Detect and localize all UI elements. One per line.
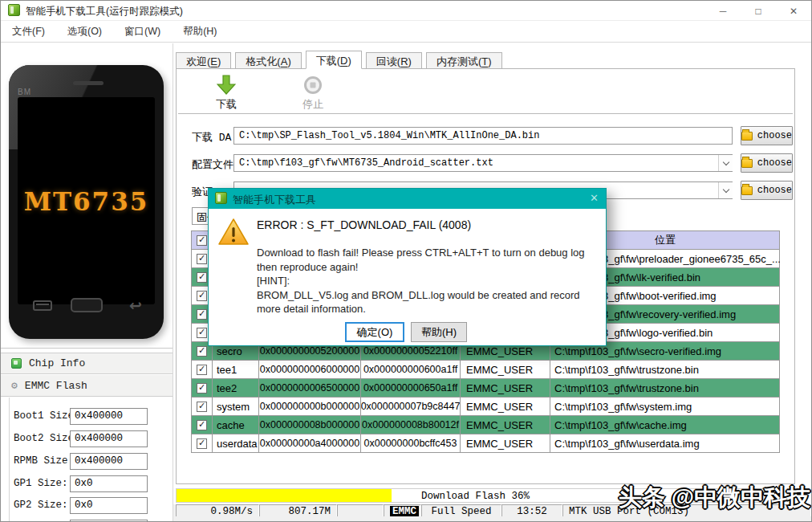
table-row[interactable]: tee20x00000000065000000x000000000650a1ff… [192,379,779,398]
emmc-field-row: RPMB Size:0x400000 [1,453,155,471]
scatter-dropdown-icon[interactable] [718,155,733,171]
row-checkbox-cell [192,416,213,434]
error-message-line: [HINT]: [257,274,585,288]
cell-begin-address: 0x000000000b000000 [259,398,361,416]
table-row[interactable]: userdata0x00000000a40000000x00000000bcff… [192,434,779,453]
phone-image: BM MT6735 ↩ [9,65,164,339]
cell-name: tee1 [213,361,259,379]
cell-end-address: 0x000000007b9c8447 [361,398,461,416]
ok-button[interactable]: 确定(O) [345,322,404,342]
field-input[interactable]: 0x400000 [70,408,148,425]
row-checkbox[interactable] [197,365,207,375]
phone-back-icon: ↩ [124,296,148,316]
emmc-field-row: GP1 Size:0x0 [1,475,155,493]
window-title: 智能手机下载工具(运行时跟踪模式) [26,5,183,18]
phone-speaker [73,81,104,85]
choose-scatter-button[interactable]: choose [741,153,793,173]
error-message-line: Download to flash fail! Please press CTR… [257,246,585,260]
table-row[interactable]: tee10x00000000060000000x000000000600a1ff… [192,361,779,379]
help-button[interactable]: 帮助(H) [411,322,467,342]
row-checkbox[interactable] [197,328,207,338]
error-message: Download to flash fail! Please press CTR… [257,246,585,316]
error-message-line: BROM_DLL_V5.log and BROM_DLL.log would b… [257,288,585,303]
tab-5[interactable]: 内存测试(T) [426,52,502,69]
cell-name: cache [213,416,259,434]
row-checkbox[interactable] [197,402,207,412]
cell-end-address: 0x000000000600a1ff [361,361,461,379]
toolbar-separator [178,113,793,114]
download-button[interactable]: 下载 [204,75,249,112]
tab-1[interactable]: 欢迎(E) [176,52,231,69]
field-input[interactable]: 0x0 [70,497,148,514]
cell-end-address: 0x000000000650a1ff [361,379,461,398]
close-button[interactable]: ✕ [776,1,811,21]
download-da-input[interactable]: C:\tmp\SP_Flash_Tool_v5.1804_Win\MTK_All… [233,127,733,145]
title-bar[interactable]: 智能手机下载工具(运行时跟踪模式) ─ □ ✕ [1,1,811,21]
field-input[interactable]: 0x400000 [70,453,148,470]
tab-3[interactable]: 下载(D) [306,51,362,69]
maximize-icon: □ [755,6,761,17]
emmc-flash-label: EMMC Flash [25,380,87,392]
error-message-line: then reproduce again! [257,260,585,275]
row-checkbox[interactable] [197,254,207,264]
cell-location: C:\tmp\f103_gf\fw\trustzone.bin [550,361,780,379]
menu-item[interactable]: 窗口(W) [121,23,164,40]
choose-da-button[interactable]: choose [741,126,793,145]
minimize-icon: ─ [720,6,727,17]
phone-brand-text: BM [18,88,31,96]
cell-region: EMMC_USER [461,398,550,416]
menu-item[interactable]: 选项(O) [64,23,105,40]
field-label: RPMB Size: [14,455,74,467]
cell-region: EMMC_USER [461,416,550,434]
row-checkbox[interactable] [197,272,207,283]
cell-name: system [213,398,259,416]
chip-info-label: Chip Info [29,357,85,369]
cell-location: C:\tmp\f103_gf\fw\system.img [550,398,780,416]
scatter-file-combobox[interactable]: C:\tmp\f103_gf\fw\MT6735_Android_scatter… [233,154,733,172]
cell-end-address: 0x000000008b80012f [361,416,461,434]
chip-info-header[interactable]: Chip Info [1,353,173,374]
menu-item[interactable]: 文件(F) [9,23,48,40]
menu-item[interactable]: 帮助(H) [180,23,220,40]
phone-chip-text: MT6735 [9,187,164,216]
emmc-flash-header[interactable]: ⚙ EMMC Flash [1,375,173,397]
cell-location: C:\tmp\f103_gf\fw\trustzone.bin [550,379,780,398]
tab-2[interactable]: 格式化(A) [235,52,301,69]
dialog-close-icon[interactable]: ✕ [590,192,599,204]
dialog-title-bar[interactable]: 智能手机下载工具 ✕ [209,189,606,209]
row-checkbox[interactable] [197,383,207,394]
stop-button[interactable]: 停止 [290,75,335,112]
cell-region: EMMC_USER [461,379,550,398]
select-all-checkbox[interactable] [197,235,207,246]
dialog-title: 智能手机下载工具 [233,193,316,207]
maximize-button[interactable]: □ [741,1,776,21]
row-checkbox-cell [192,398,213,416]
row-checkbox[interactable] [197,346,207,357]
row-checkbox[interactable] [197,291,207,301]
row-checkbox[interactable] [197,438,207,449]
cell-begin-address: 0x0000000006000000 [259,361,361,379]
table-row[interactable]: cache0x000000008b0000000x000000008b80012… [192,416,779,434]
folder-icon [741,159,753,168]
auth-dropdown-icon[interactable] [718,182,733,198]
warning-icon [217,218,250,250]
choose-auth-button[interactable]: choose [741,181,793,200]
error-message-line: more detail information. [257,302,585,316]
minimize-button[interactable]: ─ [705,1,741,21]
row-checkbox[interactable] [197,309,207,320]
error-title: ERROR : S_FT_DOWNLOAD_FAIL (4008) [257,218,471,231]
cell-begin-address: 0x000000008b000000 [259,416,361,434]
field-input[interactable]: 0x400000 [70,430,148,447]
field-input[interactable]: 0x0 [70,475,148,492]
cell-name: userdata [213,434,259,453]
download-icon [204,75,249,96]
tab-4[interactable]: 回读(R) [366,52,422,69]
app-window: 智能手机下载工具(运行时跟踪模式) ─ □ ✕ 文件(F)选项(O)窗口(W)帮… [0,0,812,522]
chip-icon [11,358,22,369]
row-checkbox-cell [192,361,213,379]
field-label: GP2 Size: [14,500,68,511]
app-icon [8,4,20,16]
table-row[interactable]: system0x000000000b0000000x000000007b9c84… [192,398,779,416]
gear-icon: ⚙ [11,381,18,391]
row-checkbox[interactable] [197,420,207,430]
